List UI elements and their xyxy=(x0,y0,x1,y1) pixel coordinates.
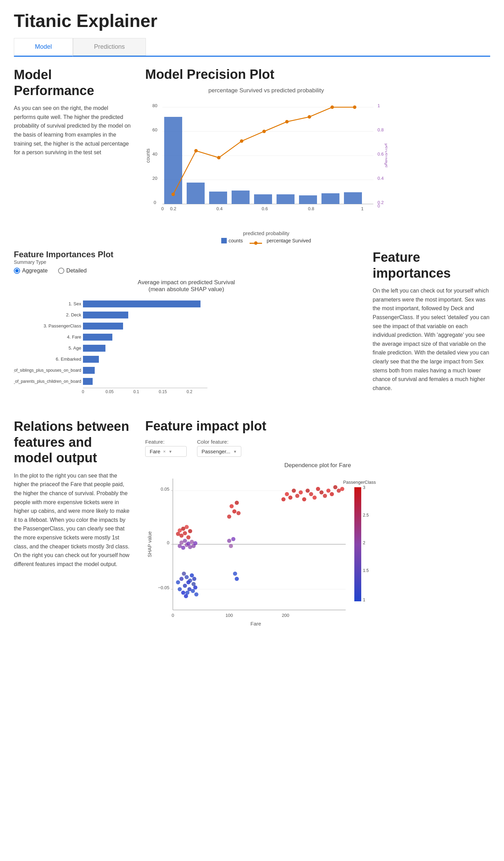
svg-text:0.4: 0.4 xyxy=(377,176,384,181)
svg-point-130 xyxy=(292,489,296,493)
svg-point-119 xyxy=(232,509,236,513)
svg-text:0.6: 0.6 xyxy=(377,151,384,157)
feature-selectors: Feature: Fare × ▼ Color feature: Passeng… xyxy=(145,439,490,457)
feature-dropdown[interactable]: Fare × ▼ xyxy=(145,446,187,457)
svg-point-113 xyxy=(183,531,187,535)
svg-point-138 xyxy=(319,490,324,494)
radio-detailed-circle[interactable] xyxy=(58,268,64,274)
feature-clear-icon[interactable]: × xyxy=(163,449,166,454)
feature-importances-heading: Feature Importances Plot xyxy=(14,250,359,259)
svg-point-96 xyxy=(192,577,196,581)
svg-text:0.8: 0.8 xyxy=(377,127,384,132)
svg-text:2.5: 2.5 xyxy=(363,513,369,518)
dep-plot-title: Dependence plot for Fare xyxy=(145,462,490,469)
feature-importances-chart-area: Feature Importances Plot Summary Type Ag… xyxy=(14,250,359,401)
precision-plot-svg: 80 60 40 20 0 counts 1 0.8 0.6 0.4 0.2 0 xyxy=(145,97,387,228)
svg-point-102 xyxy=(183,539,187,543)
feature-bar-chart-title: Average impact on predicted Survival (me… xyxy=(14,279,359,293)
svg-point-98 xyxy=(194,592,198,596)
svg-text:No_of_siblings_plus_spouses_on: No_of_siblings_plus_spouses_on_board xyxy=(14,368,81,373)
feature-importances-side-text: Feature importances On the left you can … xyxy=(373,250,490,401)
dependence-plot-svg: 0.05 0 −0.05 SHAP value 0 100 200 Fare xyxy=(145,472,387,638)
tab-model[interactable]: Model xyxy=(14,38,73,57)
radio-detailed[interactable]: Detailed xyxy=(58,268,87,274)
svg-point-89 xyxy=(185,591,189,595)
svg-point-117 xyxy=(227,515,231,519)
svg-rect-56 xyxy=(83,367,95,374)
svg-text:No_of_parents_plus_children_on: No_of_parents_plus_children_on_board xyxy=(14,379,81,384)
svg-rect-24 xyxy=(277,194,295,204)
svg-point-133 xyxy=(302,497,306,501)
svg-text:40: 40 xyxy=(152,151,157,157)
svg-rect-22 xyxy=(232,191,250,204)
svg-point-82 xyxy=(178,587,182,591)
feature-importances-side-description: On the left you can check out for yourse… xyxy=(373,286,490,392)
svg-rect-50 xyxy=(83,334,112,341)
model-performance-section: Model Performance As you can see on the … xyxy=(14,67,490,232)
svg-point-37 xyxy=(240,139,243,143)
svg-point-136 xyxy=(312,496,317,500)
svg-text:1. Sex: 1. Sex xyxy=(68,301,81,306)
svg-point-36 xyxy=(217,156,221,159)
dependence-heading: Relations between features and model out… xyxy=(14,419,131,466)
svg-rect-145 xyxy=(354,487,361,601)
svg-point-42 xyxy=(353,105,356,109)
dependence-description: In the plot to the right you can see tha… xyxy=(14,471,131,569)
legend-percentage: percentage Survived xyxy=(250,238,311,243)
svg-text:4. Fare: 4. Fare xyxy=(67,334,81,340)
dependence-text: Relations between features and model out… xyxy=(14,419,131,639)
svg-point-84 xyxy=(181,591,185,595)
legend-line xyxy=(250,243,262,244)
svg-point-81 xyxy=(176,580,180,584)
page-title: Titanic Explainer xyxy=(14,10,490,31)
svg-point-34 xyxy=(171,193,175,196)
svg-point-92 xyxy=(188,578,192,583)
svg-point-131 xyxy=(295,494,299,498)
color-feature-selector-group: Color feature: Passenger... ▼ xyxy=(197,439,241,457)
radio-aggregate[interactable]: Aggregate xyxy=(14,268,48,274)
svg-point-115 xyxy=(186,535,190,539)
svg-text:0.1: 0.1 xyxy=(133,389,139,394)
precision-plot-heading: Model Precision Plot xyxy=(145,67,490,82)
svg-text:0: 0 xyxy=(167,540,169,545)
svg-text:200: 200 xyxy=(282,613,289,618)
dependence-chart-heading: Feature impact plot xyxy=(145,419,490,434)
precision-plot-legend: counts percentage Survived xyxy=(145,238,387,243)
svg-point-140 xyxy=(326,489,330,493)
feature-selector-group: Feature: Fare × ▼ xyxy=(145,439,187,457)
feature-importances-section: Feature Importances Plot Summary Type Ag… xyxy=(14,250,490,401)
radio-aggregate-circle[interactable] xyxy=(14,268,20,274)
svg-point-121 xyxy=(236,511,241,515)
svg-point-97 xyxy=(193,585,197,590)
svg-point-40 xyxy=(308,115,311,119)
svg-point-116 xyxy=(188,529,192,533)
svg-point-134 xyxy=(306,489,310,493)
svg-point-141 xyxy=(330,492,334,496)
svg-point-120 xyxy=(235,501,239,505)
svg-point-85 xyxy=(182,572,186,576)
precision-plot-container: Model Precision Plot percentage Survived… xyxy=(145,67,490,232)
legend-percentage-label: percentage Survived xyxy=(267,238,311,243)
feature-bar-chart-svg: 1. Sex 2. Deck 3. PassengerClass 4. Fare… xyxy=(14,296,221,400)
svg-text:3: 3 xyxy=(363,485,365,490)
svg-point-101 xyxy=(181,546,185,550)
feature-chevron-icon: ▼ xyxy=(168,450,172,454)
svg-text:0.05: 0.05 xyxy=(161,487,169,492)
legend-counts-box xyxy=(221,238,227,243)
svg-text:0: 0 xyxy=(82,389,84,394)
tab-predictions[interactable]: Predictions xyxy=(73,38,146,56)
svg-text:−0.05: −0.05 xyxy=(158,585,169,590)
svg-text:0.8: 0.8 xyxy=(308,206,314,211)
color-feature-dropdown[interactable]: Passenger... ▼ xyxy=(197,446,241,457)
svg-point-129 xyxy=(288,496,292,500)
svg-point-122 xyxy=(227,539,231,543)
svg-text:3. PassengerClass: 3. PassengerClass xyxy=(44,323,82,328)
summary-type-radio-group: Aggregate Detailed xyxy=(14,268,359,274)
svg-point-118 xyxy=(230,504,234,508)
svg-text:6. Embarked: 6. Embarked xyxy=(56,357,81,362)
svg-point-83 xyxy=(179,577,184,581)
svg-point-108 xyxy=(193,541,197,545)
svg-point-137 xyxy=(316,487,320,491)
svg-point-86 xyxy=(183,584,187,588)
svg-text:0.6: 0.6 xyxy=(262,206,268,211)
